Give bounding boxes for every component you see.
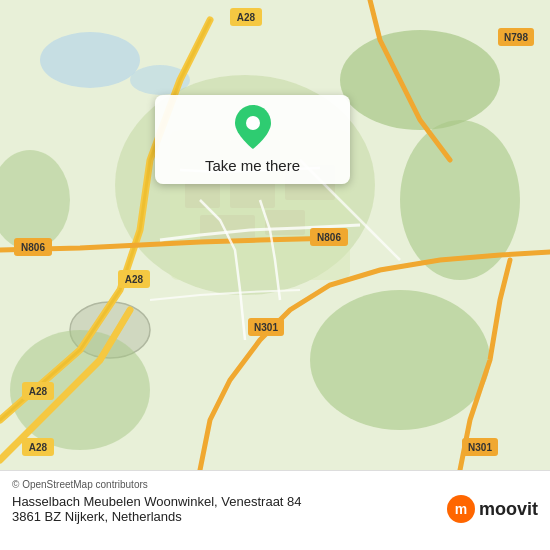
moovit-icon: m [447,495,475,523]
svg-point-1 [40,32,140,88]
address-text: Hasselbach Meubelen Woonwinkel, Venestra… [12,494,302,524]
osm-credit: © OpenStreetMap contributors [12,479,538,490]
take-me-there-button[interactable]: Take me there [205,157,300,174]
svg-rect-8 [230,180,275,208]
map-background: A28 A28 A28 N806 N806 N301 N301 N798 A28 [0,0,550,470]
svg-text:N301: N301 [254,322,278,333]
svg-text:A28: A28 [125,274,144,285]
svg-text:A28: A28 [29,442,48,453]
svg-text:N301: N301 [468,442,492,453]
svg-text:N798: N798 [504,32,528,43]
svg-text:N806: N806 [21,242,45,253]
footer: © OpenStreetMap contributors Hasselbach … [0,470,550,530]
svg-point-36 [246,116,260,130]
map-view: A28 A28 A28 N806 N806 N301 N301 N798 A28… [0,0,550,470]
address-line2: 3861 BZ Nijkerk, Netherlands [12,509,302,524]
svg-point-15 [310,290,490,430]
moovit-brand: moovit [479,499,538,520]
map-popup: Take me there [155,95,350,184]
address-line1: Hasselbach Meubelen Woonwinkel, Venestra… [12,494,302,509]
svg-text:N806: N806 [317,232,341,243]
address-section: Hasselbach Meubelen Woonwinkel, Venestra… [12,494,538,524]
moovit-logo: m moovit [447,495,538,523]
svg-text:A28: A28 [237,12,256,23]
svg-text:A28: A28 [29,386,48,397]
map-pin-icon [235,105,271,149]
